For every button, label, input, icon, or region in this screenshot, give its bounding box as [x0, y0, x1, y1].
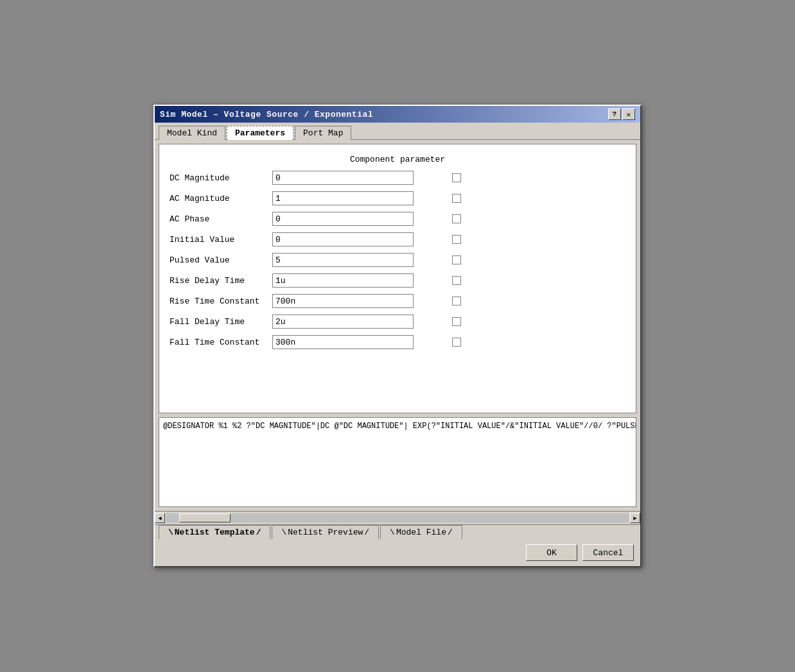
scroll-thumb[interactable]: [179, 513, 231, 522]
input-dc-magnitude[interactable]: [272, 171, 414, 185]
netlist-template-text: @DESIGNATOR %1 %2 ?"DC MAGNITUDE"|DC @"D…: [159, 418, 636, 435]
parameters-panel: Component parameter DC Magnitude AC Magn…: [159, 144, 636, 413]
close-button[interactable]: ✕: [622, 108, 635, 120]
input-pulsed-value[interactable]: [272, 253, 414, 267]
checkbox-fall-delay-time[interactable]: [452, 317, 461, 326]
label-pulsed-value: Pulsed Value: [170, 255, 272, 265]
bottom-tab-netlist-preview[interactable]: Netlist Preview: [272, 525, 379, 539]
bottom-tab-netlist-template[interactable]: Netlist Template: [159, 525, 270, 539]
input-ac-magnitude[interactable]: [272, 191, 414, 205]
input-fall-time-constant[interactable]: [272, 335, 414, 349]
checkbox-ac-magnitude[interactable]: [452, 194, 461, 203]
scroll-right-arrow[interactable]: ▶: [630, 513, 640, 523]
param-row-rise-time-constant: Rise Time Constant: [170, 294, 625, 308]
label-dc-magnitude: DC Magnitude: [170, 173, 272, 183]
checkbox-dc-magnitude[interactable]: [452, 173, 461, 182]
label-ac-magnitude: AC Magnitude: [170, 194, 272, 203]
checkbox-initial-value[interactable]: [452, 235, 461, 244]
horizontal-scrollbar[interactable]: ◀ ▶: [155, 511, 640, 524]
param-row-ac-phase: AC Phase: [170, 212, 625, 226]
tabs-row: Model Kind Parameters Port Map: [155, 123, 640, 140]
param-row-rise-delay-time: Rise Delay Time: [170, 273, 625, 288]
ok-button[interactable]: OK: [526, 544, 577, 561]
checkbox-rise-time-constant[interactable]: [452, 297, 461, 306]
label-rise-time-constant: Rise Time Constant: [170, 297, 272, 306]
dialog-buttons: OK Cancel: [155, 539, 640, 566]
dialog-window: Sim Model – Voltage Source / Exponential…: [153, 105, 642, 567]
param-row-initial-value: Initial Value: [170, 232, 625, 246]
bottom-tabs-row: Netlist Template Netlist Preview Model F…: [155, 524, 640, 539]
checkbox-pulsed-value[interactable]: [452, 255, 461, 264]
title-bar: Sim Model – Voltage Source / Exponential…: [155, 106, 640, 123]
netlist-section: @DESIGNATOR %1 %2 ?"DC MAGNITUDE"|DC @"D…: [159, 417, 636, 507]
checkbox-rise-delay-time[interactable]: [452, 276, 461, 285]
input-ac-phase[interactable]: [272, 212, 414, 226]
input-rise-time-constant[interactable]: [272, 294, 414, 308]
label-initial-value: Initial Value: [170, 235, 272, 245]
checkbox-fall-time-constant[interactable]: [452, 338, 461, 347]
param-row-pulsed-value: Pulsed Value: [170, 253, 625, 267]
bottom-tab-model-file[interactable]: Model File: [380, 525, 462, 539]
input-initial-value[interactable]: [272, 232, 414, 246]
param-row-fall-time-constant: Fall Time Constant: [170, 335, 625, 349]
checkbox-ac-phase[interactable]: [452, 214, 461, 223]
tab-port-map[interactable]: Port Map: [295, 126, 351, 140]
tab-model-kind[interactable]: Model Kind: [159, 126, 225, 140]
input-fall-delay-time[interactable]: [272, 314, 414, 329]
label-ac-phase: AC Phase: [170, 214, 272, 224]
title-bar-buttons: ? ✕: [608, 108, 635, 120]
label-fall-delay-time: Fall Delay Time: [170, 317, 272, 327]
help-button[interactable]: ?: [608, 108, 621, 120]
scroll-left-arrow[interactable]: ◀: [155, 513, 165, 523]
scroll-track[interactable]: [166, 513, 629, 522]
label-fall-time-constant: Fall Time Constant: [170, 338, 272, 347]
cancel-button[interactable]: Cancel: [582, 544, 634, 561]
param-row-dc-magnitude: DC Magnitude: [170, 171, 625, 185]
param-row-fall-delay-time: Fall Delay Time: [170, 314, 625, 329]
input-rise-delay-time[interactable]: [272, 273, 414, 288]
dialog-title: Sim Model – Voltage Source / Exponential: [160, 110, 373, 119]
tab-parameters[interactable]: Parameters: [227, 126, 293, 140]
param-row-ac-magnitude: AC Magnitude: [170, 191, 625, 205]
label-rise-delay-time: Rise Delay Time: [170, 276, 272, 286]
component-param-header: Component parameter: [170, 155, 625, 164]
